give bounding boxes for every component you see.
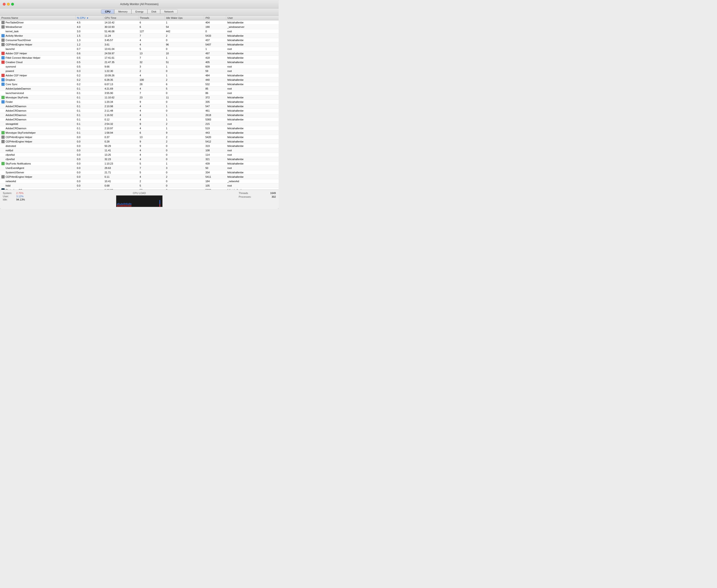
idle-stat: Idle: 94.13% xyxy=(3,198,40,201)
table-row[interactable]: Adobe CEF Helper 0.6 24:59.97 13 10 497 … xyxy=(0,51,279,56)
table-row[interactable]: networkd 0.0 10.41 2 0 184 _networkd xyxy=(0,179,279,184)
proc-name-cell: AdobeCRDaemon xyxy=(0,126,76,131)
tab-memory[interactable]: Memory xyxy=(114,9,131,14)
table-row[interactable]: CEPHtmlEngine Helper 0.0 0.11 4 2 5411 f… xyxy=(0,175,279,179)
proc-idlewakeups: 96 xyxy=(165,42,204,47)
proc-name: Adobe CEF Helper xyxy=(5,74,27,77)
table-row[interactable]: launchd 0.7 13:41.04 5 0 1 root xyxy=(0,47,279,51)
table-row[interactable]: Monotype SkyFontsHelper 0.1 1:58.94 6 9 … xyxy=(0,131,279,135)
col-name[interactable]: Process Name xyxy=(0,16,76,20)
process-icon xyxy=(1,149,5,152)
proc-threads: 28 xyxy=(138,82,164,87)
proc-threads: 13 xyxy=(138,135,164,140)
col-user[interactable]: User xyxy=(226,16,279,20)
col-cpu[interactable]: % CPU ▼ xyxy=(76,16,103,20)
process-icon xyxy=(1,43,5,46)
table-row[interactable]: CEPHtmlEngine Helper 0.0 0.28 9 2 5412 f… xyxy=(0,140,279,144)
proc-user: feliciahallenbe xyxy=(226,126,279,131)
table-row[interactable]: Core Sync 0.2 6:07.13 28 6 532 feliciaha… xyxy=(0,82,279,87)
table-row[interactable]: SystemUIServer 0.0 21.71 5 0 334 felicia… xyxy=(0,170,279,175)
tab-network[interactable]: Network xyxy=(160,9,178,14)
proc-threads: 4 xyxy=(138,109,164,113)
table-row[interactable]: SkyFonts Notifications 0.0 1:10.23 5 1 4… xyxy=(0,162,279,166)
col-cputime[interactable]: CPU Time xyxy=(103,16,138,20)
window-title: Activity Monitor (All Processes) xyxy=(120,3,158,6)
proc-pid: 1 xyxy=(204,47,226,51)
table-row[interactable]: Adobe CEF Helper 0.2 10:09.26 4 1 484 fe… xyxy=(0,73,279,78)
proc-cputime: 21:47.35 xyxy=(103,60,138,64)
table-row[interactable]: CEPHtmlEngine Helper 0.0 0.37 13 2 5420 … xyxy=(0,135,279,140)
svg-rect-1 xyxy=(117,205,118,207)
system-stat: System: 2.75% xyxy=(3,192,40,194)
proc-cputime: 0.37 xyxy=(103,135,138,140)
proc-name: networkd xyxy=(5,180,16,183)
table-row[interactable]: powerd 0.3 1:22.30 2 0 59 root xyxy=(0,69,279,73)
proc-user: feliciahallenbe xyxy=(226,170,279,175)
table-row[interactable]: hidd 0.0 0.68 5 0 105 root xyxy=(0,184,279,188)
close-button[interactable] xyxy=(3,3,5,5)
proc-idlewakeups: 0 xyxy=(165,148,204,153)
proc-threads: 7 xyxy=(138,166,164,170)
proc-pid: 418 xyxy=(204,56,226,60)
proc-threads: 4 xyxy=(138,175,164,179)
proc-pid: 5382 xyxy=(204,188,226,190)
table-row[interactable]: ConsumerTouchDriver 1.3 3:45.57 4 0 437 … xyxy=(0,38,279,42)
svg-rect-15 xyxy=(121,203,122,205)
table-row[interactable]: WindowServer 4.0 30:10.93 6 54 190 _wind… xyxy=(0,25,279,29)
table-row[interactable]: Dropbox 0.2 6:28.35 100 2 440 feliciahal… xyxy=(0,78,279,82)
table-row[interactable]: AdobeCRDaemon 0.1 2:11.48 4 0 461 felici… xyxy=(0,109,279,113)
proc-pid: 404 xyxy=(204,20,226,25)
table-row[interactable]: Creative Cloud 0.5 21:47.35 32 51 405 fe… xyxy=(0,60,279,64)
proc-name: launchservicesd xyxy=(5,92,24,94)
table-row[interactable]: launchservicesd 0.1 3:55.90 7 0 86 root xyxy=(0,91,279,96)
proc-idlewakeups: 2 xyxy=(165,135,204,140)
col-threads[interactable]: Threads xyxy=(138,16,164,20)
table-row[interactable]: distnoted 0.0 50.29 9 0 319 feliciahalle… xyxy=(0,144,279,148)
tab-disk[interactable]: Disk xyxy=(147,9,160,14)
proc-threads: 53 xyxy=(138,188,164,190)
table-row[interactable]: cfprefsd 0.0 32.23 4 0 321 feliciahallen… xyxy=(0,157,279,162)
col-pid[interactable]: PID xyxy=(204,16,226,20)
tab-cpu[interactable]: CPU xyxy=(101,9,114,14)
table-row[interactable]: Fitbit Connect Menubar Helper 0.5 17:41.… xyxy=(0,56,279,60)
proc-threads: 4 xyxy=(138,148,164,153)
table-row[interactable]: notifyd 0.0 11.41 4 0 108 root xyxy=(0,148,279,153)
proc-name-cell: launchd xyxy=(0,47,76,51)
cpu-load-section: CPU LOAD xyxy=(40,192,239,207)
proc-cputime: 50.29 xyxy=(103,144,138,148)
table-row[interactable]: AdobeCRDaemon 0.1 2:10.98 4 1 547 felici… xyxy=(0,104,279,109)
table-row[interactable]: kernel_task 3.0 51:46.08 127 442 0 root xyxy=(0,29,279,34)
table-row[interactable]: storagekitd 0.1 2:54.32 9 2 215 root xyxy=(0,122,279,126)
table-row[interactable]: AdobeCRDaemon 0.1 1:16.92 4 1 2618 felic… xyxy=(0,113,279,118)
table-row[interactable]: PenTabletDriver 4.5 14:10.42 6 1 404 fel… xyxy=(0,20,279,25)
proc-threads: 4 xyxy=(138,126,164,131)
table-row[interactable]: Finder 0.1 1:20.34 9 0 335 feliciahallen… xyxy=(0,100,279,104)
table-row[interactable]: Monotype SkyFonts 0.1 11:10.62 23 11 372… xyxy=(0,96,279,100)
proc-cpu: 0.1 xyxy=(76,104,103,109)
table-row[interactable]: cfprefsd 0.0 13.25 4 0 114 root xyxy=(0,153,279,157)
proc-user: feliciahallenbe xyxy=(226,34,279,38)
tab-energy[interactable]: Energy xyxy=(131,9,147,14)
table-row[interactable]: Activity Monitor 1.5 11.24 7 2 5433 feli… xyxy=(0,34,279,38)
maximize-button[interactable] xyxy=(11,3,14,5)
table-row[interactable]: AdobeUpdateDaemon 0.1 4:21.69 4 5 85 roo… xyxy=(0,87,279,91)
table-row[interactable]: sysmond 0.5 9.66 3 1 609 root xyxy=(0,64,279,69)
process-table-container[interactable]: Process Name % CPU ▼ CPU Time Threads Id… xyxy=(0,16,279,190)
table-row[interactable]: AdobeCRDaemon 0.1 2:10.97 4 1 519 felici… xyxy=(0,126,279,131)
table-row[interactable]: UserEventAgent 0.0 29.63 7 3 50 root xyxy=(0,166,279,170)
col-idlewakeups[interactable]: Idle Wake Ups xyxy=(165,16,204,20)
proc-name: notifyd xyxy=(5,149,13,152)
proc-pid: 86 xyxy=(204,91,226,96)
proc-cpu: 0.1 xyxy=(76,96,103,100)
table-row[interactable]: Ps Photoshop CC 0.0 1:16.03 53 0 5382 fe… xyxy=(0,188,279,190)
table-row[interactable]: AdobeCRDaemon 0.1 0.12 4 1 5383 feliciah… xyxy=(0,118,279,122)
proc-pid: 334 xyxy=(204,170,226,175)
proc-cputime: 1:16.92 xyxy=(103,113,138,118)
proc-name-cell: CEPHtmlEngine Helper xyxy=(0,135,76,140)
svg-rect-8 xyxy=(126,205,127,207)
proc-cputime: 1:16.03 xyxy=(103,188,138,190)
proc-pid: 50 xyxy=(204,166,226,170)
proc-idlewakeups: 0 xyxy=(165,188,204,190)
table-row[interactable]: CEPHtmlEngine Helper 1.2 3.61 4 96 5407 … xyxy=(0,42,279,47)
minimize-button[interactable] xyxy=(7,3,10,5)
